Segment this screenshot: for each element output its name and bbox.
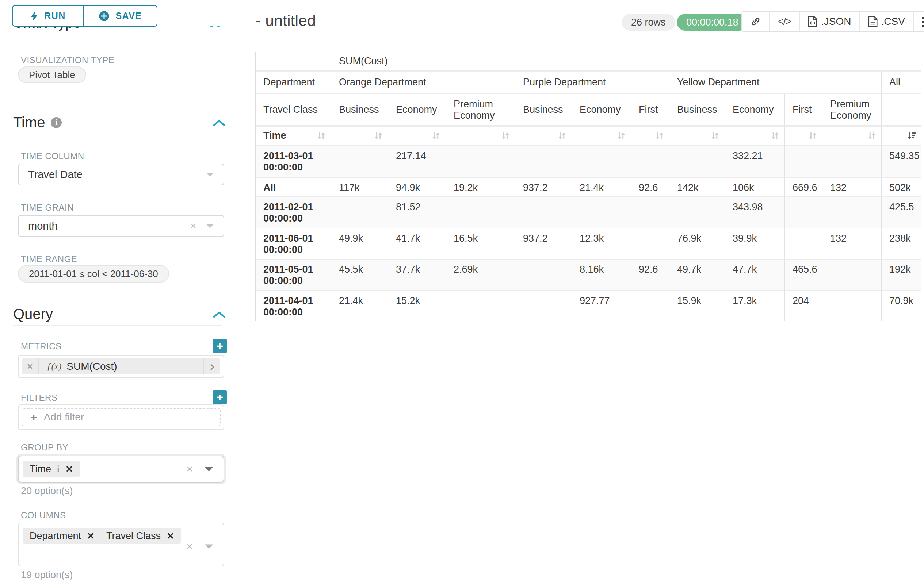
sort-icon[interactable] <box>430 130 442 141</box>
clear-icon[interactable]: × <box>186 463 193 475</box>
export-json-button[interactable]: .JSON <box>800 12 860 31</box>
menu-icon <box>922 17 924 26</box>
add-metric-button[interactable]: + <box>213 339 227 353</box>
metrics-box: × ƒ(x) SUM(Cost) › <box>18 355 224 378</box>
columns-label: COLUMNS <box>21 510 66 520</box>
metric-chip[interactable]: × ƒ(x) SUM(Cost) › <box>22 359 220 375</box>
query-section-heading: Query <box>13 306 53 322</box>
row-count-badge: 26 rows <box>622 14 675 31</box>
columns-options-hint: 19 option(s) <box>21 569 73 581</box>
remove-chip-icon[interactable]: ✕ <box>65 464 73 474</box>
value-cell <box>670 197 725 229</box>
value-cell: 106k <box>725 178 785 197</box>
copy-link-button[interactable] <box>742 12 770 31</box>
group-by-chip[interactable]: Time i ✕ <box>23 461 79 477</box>
sort-icon[interactable] <box>315 130 327 141</box>
sort-header[interactable] <box>446 127 515 146</box>
column-group-header: Yellow Department <box>670 72 882 94</box>
panel-resize-gutter[interactable] <box>233 0 233 584</box>
value-cell: 204 <box>785 291 822 321</box>
column-subgroup-header: First <box>631 94 670 127</box>
sort-icon[interactable] <box>654 130 665 141</box>
value-cell <box>822 291 882 321</box>
value-cell: 192k <box>882 260 921 291</box>
value-cell: 47.7k <box>725 260 785 291</box>
sort-header[interactable] <box>331 127 388 146</box>
pivot-table: SUM(Cost)DepartmentOrange DepartmentPurp… <box>255 52 921 321</box>
sort-header[interactable] <box>572 127 631 146</box>
add-filter-button[interactable]: + Add filter <box>21 408 221 426</box>
embed-code-button[interactable]: </> <box>770 12 800 31</box>
value-cell <box>631 229 670 260</box>
column-group-header: All <box>882 72 921 94</box>
group-by-select[interactable]: Time i ✕ × <box>18 456 224 482</box>
sort-icon[interactable] <box>769 130 781 141</box>
sort-icon[interactable] <box>866 130 878 141</box>
sort-icon[interactable] <box>373 130 384 141</box>
value-cell: 92.6 <box>631 260 670 291</box>
value-cell <box>446 197 515 229</box>
expand-metric-icon[interactable]: › <box>203 359 220 375</box>
sort-desc-icon[interactable] <box>905 130 917 141</box>
sort-header[interactable] <box>515 127 572 146</box>
time-column-label: TIME COLUMN <box>21 151 84 161</box>
clear-icon[interactable]: × <box>186 540 193 553</box>
sort-header[interactable] <box>631 127 670 146</box>
run-button[interactable]: RUN <box>12 5 84 26</box>
value-cell: 238k <box>882 229 921 260</box>
columns-chip[interactable]: Travel Class ✕ <box>100 528 181 544</box>
sort-icon[interactable] <box>709 130 721 141</box>
value-cell <box>631 146 670 178</box>
clear-icon[interactable]: × <box>190 220 196 232</box>
remove-chip-icon[interactable]: ✕ <box>167 531 174 541</box>
panel-drag-handle[interactable] <box>210 26 220 27</box>
value-cell: 45.5k <box>331 260 388 291</box>
columns-select[interactable]: Department ✕ Travel Class ✕ × <box>18 523 224 566</box>
collapse-query-icon[interactable] <box>213 311 226 318</box>
time-column-select[interactable]: Travel Date <box>18 163 224 186</box>
link-icon <box>750 16 761 27</box>
chart-title[interactable]: - untitled <box>256 12 316 30</box>
export-csv-button[interactable]: .CSV <box>860 12 914 31</box>
sort-header[interactable] <box>822 127 882 146</box>
time-range-pill[interactable]: 2011-01-01 ≤ col < 2011-06-30 <box>18 265 169 283</box>
sort-header[interactable] <box>388 127 446 146</box>
sort-icon[interactable] <box>500 130 511 141</box>
sort-icon[interactable] <box>807 130 818 141</box>
value-cell: 19.2k <box>446 178 515 197</box>
time-sort-header[interactable]: Time <box>256 127 331 146</box>
value-cell: 21.4k <box>572 178 631 197</box>
value-cell: 502k <box>882 178 921 197</box>
query-actions: RUN SAVE <box>12 5 157 26</box>
remove-chip-icon[interactable]: ✕ <box>87 531 95 541</box>
sort-header[interactable] <box>670 127 725 146</box>
row-label-cell: 2011-05-01 00:00:00 <box>256 260 331 291</box>
query-timer-badge: 00:00:00.18 <box>677 14 748 31</box>
collapse-time-icon[interactable] <box>213 119 226 127</box>
time-range-label: TIME RANGE <box>21 254 77 264</box>
value-cell: 132 <box>822 229 882 260</box>
columns-chip[interactable]: Department ✕ <box>23 528 101 544</box>
sort-header[interactable] <box>725 127 785 146</box>
value-cell: 425.5 <box>882 197 921 229</box>
row-label-cell: 2011-04-01 00:00:00 <box>256 291 331 321</box>
remove-metric-icon[interactable]: × <box>22 359 39 375</box>
value-cell: 39.9k <box>725 229 785 260</box>
row-label-cell: 2011-06-01 00:00:00 <box>256 229 331 260</box>
column-subgroup-header <box>882 94 921 127</box>
save-button[interactable]: SAVE <box>84 5 157 26</box>
value-cell <box>631 197 670 229</box>
sort-icon[interactable] <box>615 130 627 141</box>
value-cell: 12.3k <box>572 229 631 260</box>
value-cell <box>446 146 515 178</box>
add-filter-plus-button[interactable]: + <box>213 390 227 405</box>
sort-icon[interactable] <box>556 130 568 141</box>
value-cell: 937.2 <box>515 178 572 197</box>
sort-header[interactable] <box>785 127 822 146</box>
sort-header-active[interactable] <box>882 127 921 146</box>
more-options-button[interactable] <box>914 12 924 31</box>
value-cell: 465.6 <box>785 260 822 291</box>
time-grain-select[interactable]: month × <box>18 215 224 237</box>
viz-type-pill[interactable]: Pivot Table <box>18 66 86 83</box>
code-icon: </> <box>778 16 791 27</box>
